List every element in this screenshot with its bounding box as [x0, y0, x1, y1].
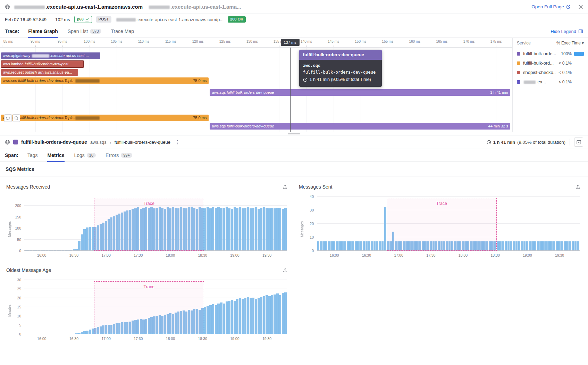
export-icon[interactable] [575, 184, 580, 190]
ruler-tick [306, 45, 306, 47]
tab-trace-map[interactable]: Trace Map [111, 25, 134, 38]
y-axis-tick-label: 20 [310, 222, 314, 226]
kebab-menu-icon[interactable]: ⋮ [174, 139, 182, 145]
redacted-text [149, 6, 170, 9]
bar [574, 241, 577, 251]
legend-row[interactable]: .ex...< 0.1% [517, 77, 584, 86]
request-url-text: .execute-api.us-east-1.amazonaws.com/p..… [136, 17, 224, 22]
selection-zoom-icon[interactable] [4, 114, 12, 122]
bar [363, 241, 365, 251]
latency-percentile-badge[interactable]: p68 [74, 16, 92, 23]
tab-label: Span List [68, 28, 88, 34]
cursor-time-label: 137 ms [281, 39, 300, 46]
ruler-tick-label: 115 ms [165, 40, 176, 43]
tab-span-list[interactable]: Span List373 [68, 25, 101, 38]
bar [268, 296, 271, 334]
trace-nav: Trace: Flame GraphSpan List373Trace Map … [0, 25, 588, 38]
x-axis-tick-label: 16:00 [37, 253, 46, 257]
bar [271, 208, 274, 251]
bar [228, 301, 230, 334]
trace-region-label: Trace [143, 201, 154, 206]
exec-time-pct: < 0.1% [556, 80, 572, 84]
flame-span[interactable]: aws.sqs fulfill-bulk-orders-dev-queue44 … [210, 123, 510, 130]
request-duration: 102 ms [55, 17, 70, 22]
bar [529, 241, 531, 251]
bar [212, 304, 215, 334]
flame-span[interactable]: aws.sqs fulfill-bulk-orders-dev-queue1 h… [210, 89, 510, 96]
zoom-tools [4, 114, 20, 122]
span-tab-errors[interactable]: Errors99+ [106, 149, 132, 161]
bar [255, 299, 257, 334]
percentile-label: p68 [77, 17, 84, 22]
service-name: fulfill-bulk-orde... [523, 51, 556, 56]
bar [204, 307, 207, 334]
zoom-out-icon[interactable] [12, 114, 20, 122]
export-icon[interactable] [283, 268, 288, 273]
service-color-swatch [517, 80, 520, 84]
request-summary-bar: Feb 07 16:49:52.849 102 ms p68 POST .exe… [0, 14, 588, 25]
legend-header: Service [517, 41, 531, 45]
bar [274, 295, 276, 334]
bar [266, 295, 268, 334]
tooltip-title: fulfill-bulk-orders-dev-queue [299, 50, 382, 60]
x-axis-tick-label: 17:00 [101, 253, 110, 257]
scroll-right-icon[interactable]: → [508, 44, 511, 47]
x-axis-tick-label: 18:30 [198, 337, 207, 341]
y-axis-tick-label: 50 [17, 238, 21, 242]
legend-row[interactable]: fulfill-bulk-orde...100% [517, 49, 584, 58]
x-axis-tick-label: 18:30 [491, 253, 500, 257]
flame-span[interactable]: aws.request publish arn:aws:sns:us-ea... [1, 69, 78, 76]
flame-span[interactable]: aws.apigateway .execute-api.us-east-... [1, 52, 100, 59]
chevron-right-icon: › [110, 139, 111, 145]
chart-plot-area[interactable]: 050100150200Trace16:0016:3017:0017:3018:… [24, 197, 287, 251]
flame-span[interactable]: aws.lambda fulfill-bulk-orders-dev-post [1, 61, 83, 67]
legend-row[interactable]: fulfill-bulk-ord...< 0.1% [517, 58, 584, 68]
span-tab-tags[interactable]: Tags [27, 149, 38, 161]
globe-icon [5, 140, 10, 145]
x-axis-tick-label: 18:00 [459, 253, 468, 257]
bar [502, 241, 504, 251]
flame-span[interactable]: aws.sns fulfill-bulk-orders-dev-demoTopi… [1, 77, 209, 84]
tooltip-resource: fulfill-bulk-orders-dev-queue [303, 69, 378, 76]
bar [250, 298, 252, 334]
bar [220, 302, 222, 334]
x-axis-tick-label: 16:30 [362, 253, 371, 257]
span-duration-label: 75.0 ms [193, 115, 207, 121]
bar [279, 208, 282, 251]
legend-sort-label: % Exec Time [556, 41, 581, 45]
y-axis-tick-label: 15 [17, 305, 21, 309]
open-full-page-link[interactable]: Open Full Page [531, 4, 571, 9]
flame-canvas[interactable]: fulfill-bulk-orders-dev-queue aws.sqs fu… [0, 48, 512, 132]
bar [244, 298, 247, 334]
secondary-page-title: .execute-api.us-east-1.ama... [148, 4, 241, 10]
bar [338, 241, 341, 251]
bar [556, 241, 558, 251]
resize-handle[interactable] [288, 133, 300, 134]
ruler-tick-label: 105 ms [111, 40, 122, 43]
bar [317, 241, 320, 251]
scroll-left-icon[interactable]: ← [1, 44, 5, 47]
legend-row[interactable]: shopist-checko...< 0.1% [517, 68, 584, 77]
ruler-tick-label: 145 ms [328, 40, 339, 43]
ruler-tick [279, 45, 279, 47]
flame-span[interactable]: aws.sns fulfill-bulk-orders-dev-demoTopi… [1, 115, 209, 121]
chart-plot-area[interactable]: 051015202530Trace16:0016:3017:0017:3018:… [24, 280, 287, 334]
collapse-details-button[interactable] [574, 138, 583, 147]
span-tab-metrics[interactable]: Metrics [47, 149, 64, 161]
legend-sort-control[interactable]: % Exec Time ▾ [556, 41, 584, 45]
chart-plot-area[interactable]: 010203040Trace16:0016:3017:0017:3018:001… [317, 197, 580, 251]
external-link-icon [566, 5, 571, 9]
trace-nav-label: Trace: [5, 28, 19, 34]
bar [226, 301, 228, 334]
close-icon[interactable] [578, 5, 583, 9]
bar [226, 207, 228, 251]
flame-graph[interactable]: ← → 85 ms90 ms95 ms100 ms105 ms110 ms115… [0, 38, 512, 132]
span-tab-logs[interactable]: Logs10 [74, 149, 96, 161]
y-axis-tick-label: 30 [310, 208, 314, 212]
ruler-tick-label: 170 ms [463, 40, 475, 43]
ruler-tick [469, 45, 469, 47]
tab-flame-graph[interactable]: Flame Graph [28, 25, 58, 38]
ruler-tick [442, 45, 442, 47]
hide-legend-link[interactable]: Hide Legend [551, 29, 583, 34]
export-icon[interactable] [283, 184, 288, 190]
